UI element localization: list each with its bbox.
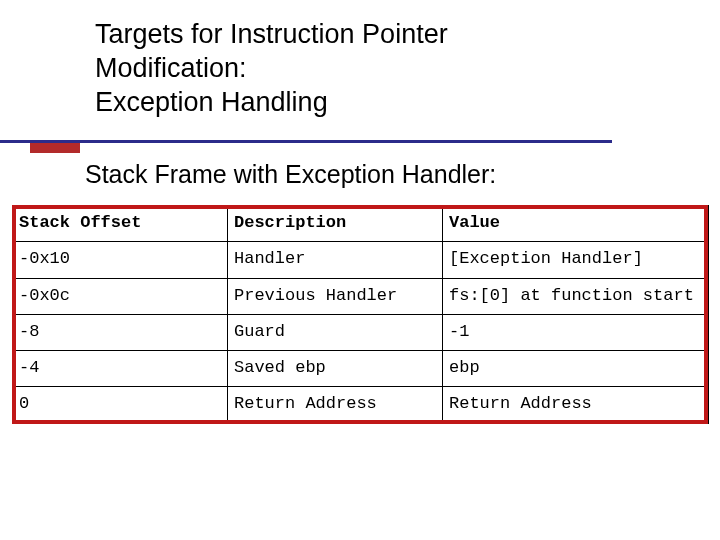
title-line-2: Modification:: [95, 53, 247, 83]
cell-value: -1: [443, 314, 709, 350]
slide-title: Targets for Instruction Pointer Modifica…: [95, 18, 655, 119]
cell-desc: Handler: [228, 242, 443, 278]
col-header-offset: Stack Offset: [13, 206, 228, 242]
slide-title-text: Targets for Instruction Pointer Modifica…: [95, 18, 655, 119]
stack-table-inner: Stack Offset Description Value -0x10 Han…: [12, 205, 708, 424]
cell-value: ebp: [443, 351, 709, 387]
title-rule: [0, 140, 720, 150]
table-row: -8 Guard -1: [13, 314, 709, 350]
cell-offset: 0: [13, 387, 228, 423]
cell-offset: -8: [13, 314, 228, 350]
title-rule-long: [0, 140, 612, 143]
cell-desc: Guard: [228, 314, 443, 350]
cell-desc: Saved ebp: [228, 351, 443, 387]
title-line-3: Exception Handling: [95, 87, 328, 117]
title-rule-accent: [30, 143, 80, 153]
table-row: -0x0c Previous Handler fs:[0] at functio…: [13, 278, 709, 314]
table-row: -0x10 Handler [Exception Handler]: [13, 242, 709, 278]
cell-offset: -0x0c: [13, 278, 228, 314]
stack-table: Stack Offset Description Value -0x10 Han…: [12, 205, 709, 424]
table-row: -4 Saved ebp ebp: [13, 351, 709, 387]
cell-desc: Previous Handler: [228, 278, 443, 314]
cell-offset: -4: [13, 351, 228, 387]
cell-desc: Return Address: [228, 387, 443, 423]
col-header-value: Value: [443, 206, 709, 242]
col-header-desc: Description: [228, 206, 443, 242]
title-line-1: Targets for Instruction Pointer: [95, 19, 448, 49]
cell-value: fs:[0] at function start: [443, 278, 709, 314]
cell-value: [Exception Handler]: [443, 242, 709, 278]
table-header-row: Stack Offset Description Value: [13, 206, 709, 242]
cell-value: Return Address: [443, 387, 709, 423]
stack-table-container: Stack Offset Description Value -0x10 Han…: [12, 205, 708, 424]
slide: Targets for Instruction Pointer Modifica…: [0, 0, 720, 540]
section-subtitle: Stack Frame with Exception Handler:: [85, 160, 496, 189]
cell-offset: -0x10: [13, 242, 228, 278]
table-row: 0 Return Address Return Address: [13, 387, 709, 423]
